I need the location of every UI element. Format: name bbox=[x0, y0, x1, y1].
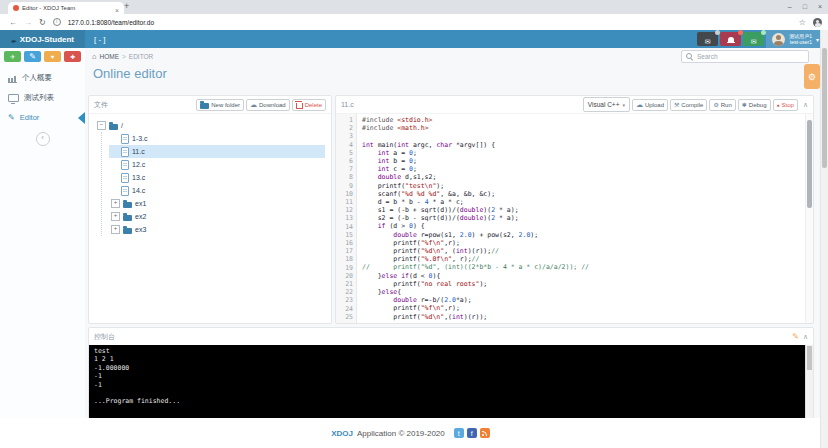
code-editor[interactable]: 1234567891011121314151617181920212223242… bbox=[336, 114, 813, 323]
tree-file-13.c[interactable]: 13.c bbox=[109, 171, 325, 184]
twitter-icon[interactable] bbox=[454, 428, 464, 438]
brand-logo[interactable]: XDOJ-Student bbox=[0, 30, 85, 48]
url-text[interactable]: 127.0.0.1:8080/team/editor.do bbox=[68, 19, 154, 26]
quick-tools-button[interactable] bbox=[64, 51, 81, 62]
site-info-icon[interactable] bbox=[53, 18, 61, 26]
bookmark-star-icon[interactable] bbox=[799, 18, 806, 27]
tree-label: 14.c bbox=[132, 187, 145, 194]
window-minimize-icon[interactable] bbox=[788, 3, 792, 10]
folder-icon bbox=[123, 202, 132, 208]
delete-button[interactable]: Delete bbox=[292, 99, 326, 111]
expand-toggle-icon[interactable] bbox=[111, 225, 120, 234]
back-icon[interactable] bbox=[9, 18, 17, 27]
browser-scrollbar[interactable] bbox=[820, 30, 828, 448]
sidebar-item-[interactable]: 个人概要 bbox=[0, 68, 85, 88]
console-edit-icon[interactable] bbox=[792, 332, 799, 341]
button-label: Upload bbox=[645, 102, 664, 108]
terminal-line: 1 2 1 bbox=[94, 355, 808, 363]
console-collapse-icon[interactable] bbox=[803, 333, 808, 341]
brand-leaf-icon bbox=[11, 30, 17, 48]
inbox-button[interactable] bbox=[743, 32, 764, 46]
new-tab-button[interactable] bbox=[124, 1, 129, 11]
breadcrumb: HOME > EDITOR bbox=[92, 52, 153, 61]
run-button[interactable]: Run bbox=[709, 99, 735, 111]
terminal[interactable]: test1 2 1-1.000000-1-1 ...Program finish… bbox=[89, 345, 813, 419]
bell-icon bbox=[728, 37, 734, 42]
tree-root[interactable]: / bbox=[95, 119, 325, 132]
search-input[interactable] bbox=[695, 52, 804, 61]
editor-filename: 11.c bbox=[341, 101, 354, 108]
files-toolbar: New folderDownloadDelete bbox=[196, 99, 326, 111]
debug-icon bbox=[742, 101, 747, 108]
paper-plane-icon bbox=[10, 53, 15, 60]
gear-icon bbox=[713, 101, 718, 108]
button-label: Compile bbox=[681, 102, 703, 108]
folder-icon bbox=[200, 103, 209, 109]
sidebar-item-editor[interactable]: Editor bbox=[0, 108, 85, 127]
notifications-button[interactable] bbox=[720, 32, 741, 46]
footer: XDOJ Application © 2019-2020 bbox=[0, 418, 821, 448]
breadcrumb-home[interactable]: HOME bbox=[100, 53, 120, 60]
stop-button[interactable]: Stop bbox=[773, 99, 798, 111]
language-select[interactable]: Visual C++ bbox=[583, 97, 630, 112]
reload-icon[interactable] bbox=[39, 18, 46, 27]
window-maximize-icon[interactable] bbox=[803, 3, 807, 10]
facebook-icon[interactable] bbox=[467, 428, 477, 438]
download-button[interactable]: Download bbox=[246, 99, 290, 111]
code-line: scanf("%d %d %d", &a, &b, &c); bbox=[362, 190, 805, 198]
quick-favorite-button[interactable] bbox=[44, 51, 61, 62]
user-menu[interactable]: 测试用户1 test-user1 bbox=[766, 30, 825, 48]
messages-button[interactable] bbox=[697, 32, 718, 46]
search-icon bbox=[686, 53, 692, 59]
code-line: printf("test\n"); bbox=[362, 182, 805, 190]
compile-button[interactable]: Compile bbox=[670, 99, 707, 111]
scrollbar-thumb[interactable] bbox=[807, 346, 812, 370]
chevron-down-icon bbox=[816, 36, 819, 43]
screen: Editor - XDOJ Team 127.0.0.1:8080/team/e… bbox=[0, 0, 828, 448]
tree-label: 12.c bbox=[132, 161, 145, 168]
tree-file-11.c[interactable]: 11.c bbox=[109, 145, 325, 158]
sidebar-collapse-button[interactable] bbox=[36, 132, 50, 146]
scrollbar-thumb[interactable] bbox=[822, 48, 827, 168]
quick-send-button[interactable] bbox=[4, 51, 21, 62]
tree-file-14.c[interactable]: 14.c bbox=[109, 184, 325, 197]
browser-profile-avatar[interactable] bbox=[813, 18, 822, 27]
button-label: New folder bbox=[211, 102, 240, 108]
browser-tab[interactable]: Editor - XDOJ Team bbox=[8, 2, 124, 14]
forward-icon[interactable] bbox=[24, 18, 32, 27]
tree-file-1-3.c[interactable]: 1-3.c bbox=[109, 132, 325, 145]
user-avatar bbox=[772, 33, 785, 46]
terminal-scrollbar[interactable] bbox=[805, 345, 813, 419]
new-folder-button[interactable]: New folder bbox=[196, 99, 244, 111]
editor-panel: 11.c Visual C++ UploadCompileRunDebugSto… bbox=[335, 95, 814, 324]
sidebar-toggle[interactable]: [ - ] bbox=[94, 35, 106, 44]
user-name-en: test-user1 bbox=[789, 39, 812, 45]
code-line: int a = 0; bbox=[362, 149, 805, 157]
sidebar-item-[interactable]: 测试列表 bbox=[0, 88, 85, 108]
code-line: printf("%d\n", (int)(r));// bbox=[362, 247, 805, 255]
chevron-down-icon bbox=[622, 102, 625, 108]
editor-collapse-icon[interactable] bbox=[803, 101, 808, 109]
tree-folder-ex3[interactable]: ex3 bbox=[109, 223, 325, 236]
upload-button[interactable]: Upload bbox=[632, 99, 668, 111]
tree-label: 13.c bbox=[132, 174, 145, 181]
tree-folder-ex1[interactable]: ex1 bbox=[109, 197, 325, 210]
code-line: double r=pow(s1, 2.0) + pow(s2, 2.0); bbox=[362, 231, 805, 239]
download-icon bbox=[250, 101, 257, 109]
terminal-line: -1.000000 bbox=[94, 364, 808, 372]
editor-scrollbar[interactable] bbox=[805, 114, 813, 323]
collapse-toggle-icon[interactable] bbox=[97, 121, 106, 130]
tree-label: ex3 bbox=[135, 226, 146, 233]
tree-folder-ex2[interactable]: ex2 bbox=[109, 210, 325, 223]
scrollbar-thumb[interactable] bbox=[807, 120, 812, 208]
expand-toggle-icon[interactable] bbox=[111, 212, 120, 221]
folder-icon bbox=[109, 124, 118, 130]
debug-button[interactable]: Debug bbox=[738, 99, 771, 111]
rss-icon[interactable] bbox=[480, 428, 490, 438]
settings-float-button[interactable] bbox=[804, 64, 820, 89]
tree-file-12.c[interactable]: 12.c bbox=[109, 158, 325, 171]
language-value: Visual C++ bbox=[588, 101, 620, 108]
window-close-icon[interactable] bbox=[818, 3, 822, 10]
quick-edit-button[interactable] bbox=[24, 51, 41, 62]
expand-toggle-icon[interactable] bbox=[111, 199, 120, 208]
